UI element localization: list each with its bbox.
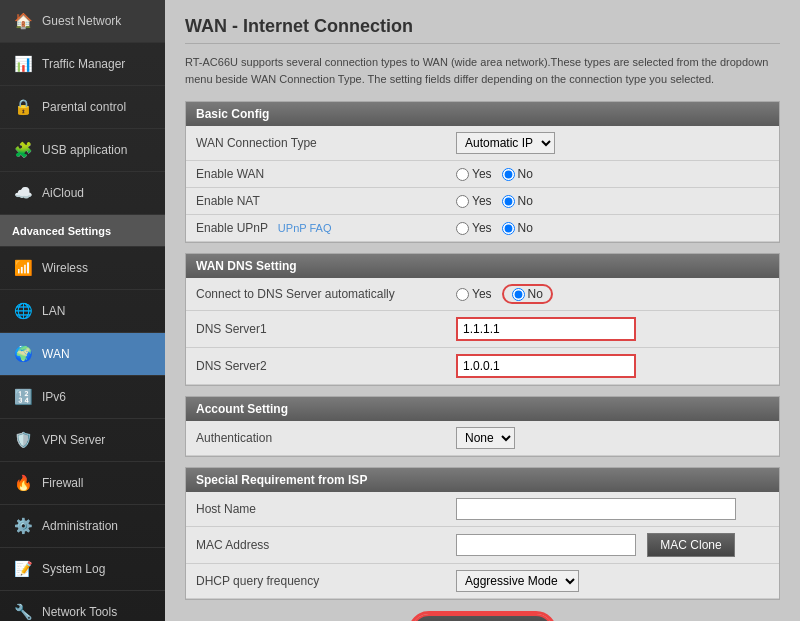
sidebar-item-guest-network[interactable]: 🏠 Guest Network (0, 0, 165, 43)
isp-title: Special Requirement from ISP (186, 468, 779, 492)
connect-dns-yes-radio[interactable] (456, 288, 469, 301)
authentication-cell: None (446, 421, 779, 456)
enable-nat-no-radio[interactable] (502, 195, 515, 208)
sidebar-item-ipv6[interactable]: 🔢 IPv6 (0, 376, 165, 419)
mac-address-row: MAC Address MAC Clone (186, 527, 779, 564)
wireless-icon: 📶 (12, 257, 34, 279)
enable-nat-no-label[interactable]: No (502, 194, 533, 208)
enable-upnp-radio-group: Yes No (456, 221, 769, 235)
connect-dns-label: Connect to DNS Server automatically (186, 278, 446, 311)
host-name-label: Host Name (186, 492, 446, 527)
sidebar-item-parental-control[interactable]: 🔒 Parental control (0, 86, 165, 129)
guest-network-icon: 🏠 (12, 10, 34, 32)
wan-dns-title: WAN DNS Setting (186, 254, 779, 278)
connect-dns-no-radio[interactable] (512, 288, 525, 301)
wan-connection-type-select[interactable]: Automatic IP (456, 132, 555, 154)
dns-server2-label: DNS Server2 (186, 348, 446, 385)
mac-address-label: MAC Address (186, 527, 446, 564)
enable-upnp-no-label[interactable]: No (502, 221, 533, 235)
enable-wan-yes-label[interactable]: Yes (456, 167, 492, 181)
basic-config-table: WAN Connection Type Automatic IP Enable … (186, 126, 779, 242)
enable-upnp-cell: Yes No (446, 215, 779, 242)
isp-section: Special Requirement from ISP Host Name M… (185, 467, 780, 600)
dhcp-query-select[interactable]: Aggressive Mode (456, 570, 579, 592)
enable-upnp-yes-radio[interactable] (456, 222, 469, 235)
enable-upnp-row: Enable UPnP UPnP FAQ Yes No (186, 215, 779, 242)
system-log-icon: 📝 (12, 558, 34, 580)
traffic-manager-icon: 📊 (12, 53, 34, 75)
usb-application-icon: 🧩 (12, 139, 34, 161)
upnp-faq-link[interactable]: UPnP FAQ (278, 222, 332, 234)
connect-dns-cell: Yes No (446, 278, 779, 311)
enable-upnp-yes-label[interactable]: Yes (456, 221, 492, 235)
vpn-server-icon: 🛡️ (12, 429, 34, 451)
basic-config-section: Basic Config WAN Connection Type Automat… (185, 101, 780, 243)
mac-address-input[interactable] (456, 534, 636, 556)
sidebar-label-wan: WAN (42, 347, 70, 361)
dns-server1-input[interactable] (456, 317, 636, 341)
enable-wan-radio-group: Yes No (456, 167, 769, 181)
account-setting-table: Authentication None (186, 421, 779, 456)
sidebar-label-vpn-server: VPN Server (42, 433, 105, 447)
enable-upnp-label: Enable UPnP (196, 221, 268, 235)
sidebar-item-aicloud[interactable]: ☁️ AiCloud (0, 172, 165, 215)
apply-button[interactable]: Apply (411, 614, 554, 621)
connect-dns-row: Connect to DNS Server automatically Yes … (186, 278, 779, 311)
authentication-select[interactable]: None (456, 427, 515, 449)
dns-server1-label: DNS Server1 (186, 311, 446, 348)
connect-dns-no-label[interactable]: No (502, 284, 553, 304)
advanced-settings-label: Advanced Settings (12, 225, 111, 237)
dns-server1-row: DNS Server1 (186, 311, 779, 348)
sidebar-item-usb-application[interactable]: 🧩 USB application (0, 129, 165, 172)
advanced-settings-header: Advanced Settings (0, 215, 165, 247)
wan-connection-type-row: WAN Connection Type Automatic IP (186, 126, 779, 161)
wan-dns-section: WAN DNS Setting Connect to DNS Server au… (185, 253, 780, 386)
enable-wan-no-radio[interactable] (502, 168, 515, 181)
sidebar-item-network-tools[interactable]: 🔧 Network Tools (0, 591, 165, 621)
enable-nat-row: Enable NAT Yes No (186, 188, 779, 215)
sidebar-label-firewall: Firewall (42, 476, 83, 490)
mac-clone-button[interactable]: MAC Clone (647, 533, 734, 557)
basic-config-title: Basic Config (186, 102, 779, 126)
sidebar-label-traffic-manager: Traffic Manager (42, 57, 125, 71)
connect-dns-yes-label[interactable]: Yes (456, 287, 492, 301)
enable-nat-label: Enable NAT (186, 188, 446, 215)
sidebar-item-lan[interactable]: 🌐 LAN (0, 290, 165, 333)
dns-server2-row: DNS Server2 (186, 348, 779, 385)
authentication-row: Authentication None (186, 421, 779, 456)
dns-server1-cell (446, 311, 779, 348)
enable-wan-row: Enable WAN Yes No (186, 161, 779, 188)
network-tools-icon: 🔧 (12, 601, 34, 621)
sidebar-item-firewall[interactable]: 🔥 Firewall (0, 462, 165, 505)
ipv6-icon: 🔢 (12, 386, 34, 408)
sidebar-label-parental-control: Parental control (42, 100, 126, 114)
sidebar-item-vpn-server[interactable]: 🛡️ VPN Server (0, 419, 165, 462)
enable-upnp-no-radio[interactable] (502, 222, 515, 235)
firewall-icon: 🔥 (12, 472, 34, 494)
enable-wan-no-label[interactable]: No (502, 167, 533, 181)
sidebar-item-administration[interactable]: ⚙️ Administration (0, 505, 165, 548)
enable-nat-yes-radio[interactable] (456, 195, 469, 208)
dhcp-query-row: DHCP query frequency Aggressive Mode (186, 564, 779, 599)
sidebar-item-system-log[interactable]: 📝 System Log (0, 548, 165, 591)
wan-dns-table: Connect to DNS Server automatically Yes … (186, 278, 779, 385)
account-setting-title: Account Setting (186, 397, 779, 421)
aicloud-icon: ☁️ (12, 182, 34, 204)
sidebar-item-traffic-manager[interactable]: 📊 Traffic Manager (0, 43, 165, 86)
sidebar-label-guest-network: Guest Network (42, 14, 121, 28)
sidebar-item-wireless[interactable]: 📶 Wireless (0, 247, 165, 290)
wan-connection-type-label: WAN Connection Type (186, 126, 446, 161)
authentication-label: Authentication (186, 421, 446, 456)
host-name-input[interactable] (456, 498, 736, 520)
sidebar: 🏠 Guest Network 📊 Traffic Manager 🔒 Pare… (0, 0, 165, 621)
sidebar-label-system-log: System Log (42, 562, 105, 576)
mac-address-cell: MAC Clone (446, 527, 779, 564)
sidebar-item-wan[interactable]: 🌍 WAN (0, 333, 165, 376)
host-name-cell (446, 492, 779, 527)
enable-wan-yes-radio[interactable] (456, 168, 469, 181)
isp-table: Host Name MAC Address MAC Clone DHCP que… (186, 492, 779, 599)
dns-server2-input[interactable] (456, 354, 636, 378)
enable-nat-yes-label[interactable]: Yes (456, 194, 492, 208)
sidebar-label-ipv6: IPv6 (42, 390, 66, 404)
dhcp-query-label: DHCP query frequency (186, 564, 446, 599)
